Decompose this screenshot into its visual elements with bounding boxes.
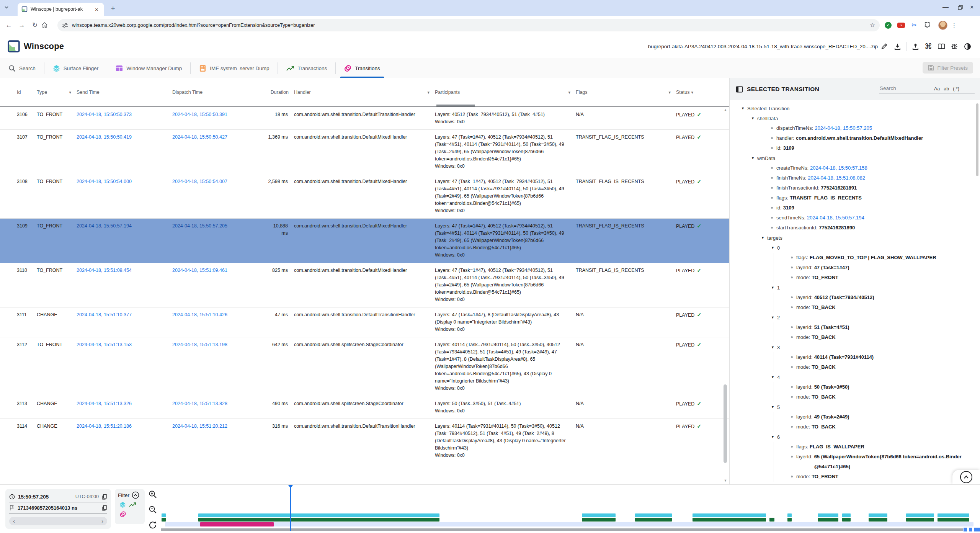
column-header-type[interactable]: Type▾ xyxy=(37,90,77,95)
dark-mode-toggle-icon[interactable] xyxy=(961,43,974,50)
download-icon[interactable] xyxy=(891,43,904,50)
table-row-3106[interactable]: 3106TO_FRONT2024-04-18, 15:50:50.3732024… xyxy=(0,107,729,130)
horizontal-scrollbar-thumb[interactable] xyxy=(436,105,475,106)
filter-caret-icon[interactable]: ▾ xyxy=(427,90,430,95)
property-value[interactable]: 2024-04-18, 15:50:57.205 xyxy=(813,123,872,133)
timeline-canvas[interactable] xyxy=(161,484,980,533)
dispatch-time-link[interactable]: 2024-04-18, 15:51:20.212 xyxy=(172,423,227,429)
expand-arrow-icon[interactable]: ▼ xyxy=(771,345,774,349)
expand-arrow-icon[interactable]: ▼ xyxy=(761,236,764,240)
expand-arrow-icon[interactable]: ▼ xyxy=(751,116,755,120)
timeline-segment[interactable] xyxy=(582,518,616,522)
tree-node-label[interactable]: ▼targets xyxy=(761,233,980,243)
column-header-duration[interactable]: Duration xyxy=(268,90,294,95)
table-row-3111[interactable]: 3111CHANGE2024-04-18, 15:51:10.3772024-0… xyxy=(0,307,729,337)
table-row-3109[interactable]: 3109TO_FRONT2024-04-18, 15:50:57.1942024… xyxy=(0,219,729,263)
timeline-segment[interactable] xyxy=(198,518,439,522)
send-time-link[interactable]: 2024-04-18, 15:51:13.326 xyxy=(77,401,132,406)
filter-collapse-icon[interactable] xyxy=(132,491,139,499)
minimap-mark[interactable] xyxy=(974,528,980,531)
minimap-track[interactable] xyxy=(161,528,963,531)
tree-search-input[interactable] xyxy=(879,85,930,92)
tab-window-manager-dump[interactable]: Window Manager Dump xyxy=(107,58,190,78)
tree-node-label[interactable]: ▼6 xyxy=(771,432,980,442)
tab-transitions[interactable]: Transitions xyxy=(336,58,389,78)
copy-time-icon[interactable] xyxy=(102,494,107,500)
copy-ns-icon[interactable] xyxy=(102,505,107,511)
send-time-link[interactable]: 2024-04-18, 15:51:13.153 xyxy=(77,342,132,347)
upload-icon[interactable] xyxy=(909,43,922,50)
window-restore-button[interactable] xyxy=(958,5,963,10)
scrollbar-down-arrow[interactable]: ▼ xyxy=(723,479,728,482)
expand-arrow-icon[interactable]: ▼ xyxy=(771,286,774,289)
tree-node-label[interactable]: ▼4 xyxy=(771,372,980,382)
filter-caret-icon[interactable]: ▾ xyxy=(69,90,71,95)
timeline-segment[interactable] xyxy=(693,513,766,517)
window-minimize-button[interactable]: — xyxy=(942,4,949,11)
filter-caret-icon[interactable]: ▾ xyxy=(668,90,671,95)
zoom-out-icon[interactable] xyxy=(149,505,157,514)
surfaceflinger-filter-icon[interactable] xyxy=(119,501,126,508)
timeline-segment[interactable] xyxy=(906,513,934,517)
property-value[interactable]: 2024-04-18, 15:51:08.082 xyxy=(806,173,865,183)
dispatch-time-link[interactable]: 2024-04-18, 15:51:10.426 xyxy=(172,312,227,317)
minimap-mark[interactable] xyxy=(964,528,967,531)
match-case-toggle[interactable]: Aa xyxy=(934,86,940,92)
timeline-range-slider[interactable]: ‹ › xyxy=(9,517,107,525)
filter-caret-icon[interactable]: ▾ xyxy=(568,90,570,95)
expand-arrow-icon[interactable]: ▼ xyxy=(771,435,774,439)
expand-arrow-icon[interactable]: ▼ xyxy=(771,246,774,250)
expand-arrow-icon[interactable]: ▼ xyxy=(741,106,745,110)
timeline-segment[interactable] xyxy=(582,513,616,517)
timeline-segment[interactable] xyxy=(842,513,850,517)
timeline-segment[interactable] xyxy=(693,518,766,522)
zoom-in-icon[interactable] xyxy=(149,490,157,499)
dispatch-time-link[interactable]: 2024-04-18, 15:50:50.427 xyxy=(172,134,227,140)
timeline-segment[interactable] xyxy=(635,513,672,517)
table-row-3112[interactable]: 3112TO_FRONT2024-04-18, 15:51:13.1532024… xyxy=(0,337,729,396)
expand-arrow-icon[interactable]: ▼ xyxy=(771,405,774,409)
column-header-id[interactable]: Id xyxy=(17,90,37,95)
forward-icon[interactable]: → xyxy=(15,21,28,29)
tree-node-label[interactable]: ▼1 xyxy=(771,283,980,293)
property-value[interactable]: 2024-04-18, 15:50:57.158 xyxy=(808,163,867,173)
dispatch-time-link[interactable]: 2024-04-18, 15:51:09.461 xyxy=(172,268,227,273)
edit-filename-icon[interactable] xyxy=(878,43,891,50)
transactions-filter-icon[interactable] xyxy=(129,502,136,507)
match-word-toggle[interactable]: ab xyxy=(944,86,949,92)
browser-menu-icon[interactable]: ⋮ xyxy=(951,22,957,29)
url-text[interactable]: winscope.teams.x20web.corp.google.com/pr… xyxy=(72,22,866,28)
timeline-segment[interactable] xyxy=(818,518,838,522)
table-row-3110[interactable]: 3110TO_FRONT2024-04-18, 15:51:09.4542024… xyxy=(0,263,729,307)
back-icon[interactable]: ← xyxy=(2,21,15,29)
tab-search-icon[interactable] xyxy=(4,5,9,10)
cursor-time[interactable]: 15:50:57.205 xyxy=(18,494,49,500)
documentation-book-icon[interactable] xyxy=(935,43,948,50)
property-value[interactable]: 2024-04-18, 15:50:57.194 xyxy=(805,213,864,223)
send-time-link[interactable]: 2024-04-18, 15:51:20.186 xyxy=(77,423,132,429)
send-time-link[interactable]: 2024-04-18, 15:50:50.373 xyxy=(77,112,132,117)
timeline-segment[interactable] xyxy=(906,518,934,522)
timeline-segment[interactable] xyxy=(787,518,792,522)
timeline-minimap[interactable] xyxy=(161,528,980,531)
regex-toggle[interactable]: (.*) xyxy=(953,86,959,92)
column-header-send-time[interactable]: Send Time xyxy=(77,90,172,95)
table-scrollbar[interactable]: ▲ ▼ xyxy=(723,108,728,483)
new-tab-button[interactable]: ＋ xyxy=(109,4,116,12)
site-settings-icon[interactable] xyxy=(62,22,68,28)
table-row-3114[interactable]: 3114CHANGE2024-04-18, 15:51:20.1862024-0… xyxy=(0,419,729,463)
send-time-link[interactable]: 2024-04-18, 15:50:50.419 xyxy=(77,134,132,140)
omnibox[interactable]: winscope.teams.x20web.corp.google.com/pr… xyxy=(57,19,880,31)
send-time-link[interactable]: 2024-04-18, 15:51:09.454 xyxy=(77,268,132,273)
timeline-segment[interactable] xyxy=(200,522,274,526)
column-header-flags[interactable]: Flags▾ xyxy=(576,90,676,95)
timeline-segment[interactable] xyxy=(162,513,166,517)
profile-avatar[interactable] xyxy=(938,21,947,30)
tree-node-label[interactable]: ▼wmData xyxy=(751,153,980,163)
transitions-filter-icon[interactable] xyxy=(119,511,126,518)
timeline-segment[interactable] xyxy=(198,513,439,517)
tree-node-label[interactable]: ▼5 xyxy=(771,402,980,412)
send-time-link[interactable]: 2024-04-18, 15:50:54.000 xyxy=(77,179,132,184)
tab-search[interactable]: Search xyxy=(0,58,44,78)
column-header-dispatch-time[interactable]: Dispatch Time xyxy=(172,90,268,95)
